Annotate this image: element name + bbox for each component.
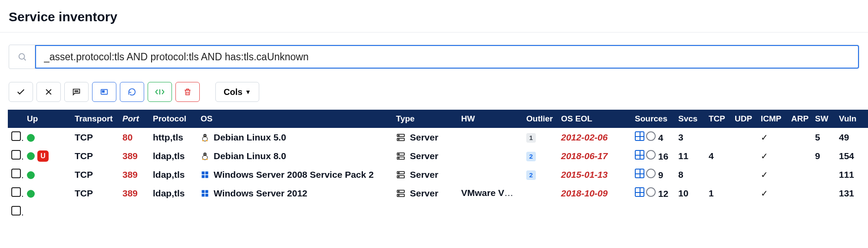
col-vuln[interactable]: Vuln [835, 110, 866, 128]
table-row[interactable]: TCP 389 ldap,tls Windows Server 2012 Ser… [8, 184, 868, 202]
svcs-value: 8 [675, 165, 705, 184]
oseol-value: 2012-02-06 [558, 128, 631, 147]
row-checkbox[interactable] [11, 206, 21, 215]
svg-point-5 [76, 91, 77, 91]
svg-point-27 [206, 159, 208, 160]
protocol-value: ldap,tls [149, 165, 197, 184]
udp-value [731, 184, 757, 202]
col-os[interactable]: OS [197, 110, 393, 128]
outlier-badge: 2 [526, 170, 536, 180]
merge-button[interactable] [148, 82, 172, 102]
oseol-value: 2018-10-09 [558, 184, 631, 202]
svg-point-25 [205, 153, 206, 154]
oseol-value: 2015-01-13 [558, 165, 631, 184]
svg-point-31 [399, 157, 399, 158]
col-arp[interactable]: ARP [788, 110, 812, 128]
col-hw[interactable]: HW [458, 110, 523, 128]
type-value: Server [410, 188, 438, 199]
row-checkbox[interactable] [11, 169, 21, 178]
tcp-value: 1 [705, 184, 731, 202]
rtt-value: 0.69 [866, 147, 868, 165]
row-checkbox[interactable] [11, 150, 21, 160]
columns-button[interactable]: Cols ▼ [215, 82, 259, 102]
svcs-value: 10 [675, 184, 705, 202]
divider [0, 32, 868, 33]
sw-value [812, 165, 835, 184]
screenshot-button[interactable] [92, 82, 116, 102]
svg-point-24 [204, 153, 205, 154]
table-row[interactable]: TCP 389 ldap,tls Windows Server 2008 Ser… [8, 165, 868, 184]
col-sw[interactable]: SW [812, 110, 835, 128]
row-checkbox[interactable] [11, 131, 21, 141]
dismiss-button[interactable] [36, 82, 61, 102]
col-sources[interactable]: Sources [631, 110, 675, 128]
type-value: Server [410, 151, 438, 161]
sw-value [812, 184, 835, 202]
table-row[interactable]: U TCP 389 ldap,tls Debian Linux 8.0 Serv… [8, 147, 868, 165]
status-dot [27, 152, 35, 160]
arp-value [788, 128, 812, 147]
server-icon [396, 189, 406, 198]
col-transport[interactable]: Transport [71, 110, 119, 128]
col-protocol[interactable]: Protocol [149, 110, 197, 128]
sources-icons [635, 131, 656, 141]
arp-value [788, 184, 812, 202]
col-rtt[interactable]: RTT/MS [866, 110, 868, 128]
svg-rect-41 [205, 190, 208, 193]
svcs-value: 3 [675, 128, 705, 147]
col-udp[interactable]: UDP [731, 110, 757, 128]
os-value: Windows Server 2012 [214, 188, 307, 199]
rtt-value: 0.62 [866, 165, 868, 184]
svcs-value: 11 [675, 147, 705, 165]
svg-rect-42 [202, 193, 205, 196]
col-icmp[interactable]: ICMP [757, 110, 788, 128]
udp-value [731, 147, 757, 165]
table-row[interactable]: TCP 80 http,tls Debian Linux 5.0 Server … [8, 128, 868, 147]
page-title: Service inventory [0, 0, 868, 32]
col-port[interactable]: Port [119, 110, 149, 128]
outlier-badge: 1 [526, 133, 536, 143]
svg-rect-43 [205, 193, 208, 196]
svg-rect-40 [202, 190, 205, 193]
os-value: Debian Linux 8.0 [214, 151, 286, 161]
tcp-value [705, 128, 731, 147]
server-icon [396, 133, 406, 142]
table-row[interactable] [8, 202, 868, 221]
vuln-value: 131 [835, 184, 866, 202]
svg-point-0 [19, 54, 24, 59]
svg-point-26 [202, 159, 204, 160]
svg-point-20 [399, 135, 399, 136]
col-oseol[interactable]: OS EOL [558, 110, 631, 128]
type-value: Server [410, 170, 438, 180]
col-outlier[interactable]: Outlier [523, 110, 558, 128]
table-header: Up Transport Port Protocol OS Type HW Ou… [8, 110, 868, 128]
col-tcp[interactable]: TCP [705, 110, 731, 128]
col-up[interactable]: Up [23, 110, 71, 128]
port-value: 80 [119, 128, 149, 147]
chevron-down-icon: ▼ [245, 88, 251, 95]
search-input[interactable] [35, 45, 859, 69]
col-svcs[interactable]: Svcs [675, 110, 705, 128]
sources-value: 9 [658, 170, 663, 180]
server-icon [396, 151, 406, 161]
svg-point-47 [399, 195, 399, 196]
refresh-button[interactable] [120, 82, 144, 102]
check-icon: ✓ [761, 133, 768, 142]
col-type[interactable]: Type [393, 110, 458, 128]
linux-icon [201, 133, 209, 142]
os-value: Debian Linux 5.0 [214, 132, 286, 143]
approve-button[interactable] [9, 82, 33, 102]
outlier-badge: 2 [526, 152, 536, 161]
port-value: 389 [119, 147, 149, 165]
transport-value: TCP [71, 128, 119, 147]
check-icon: ✓ [761, 151, 768, 161]
transport-value: TCP [71, 165, 119, 184]
svg-point-39 [399, 176, 399, 177]
udp-value [731, 165, 757, 184]
comment-button[interactable] [64, 82, 89, 102]
row-checkbox[interactable] [11, 187, 21, 197]
vuln-value: 49 [835, 128, 866, 147]
hw-value: VMware VM [461, 188, 513, 198]
delete-button[interactable] [175, 82, 200, 102]
windows-icon [201, 189, 209, 198]
